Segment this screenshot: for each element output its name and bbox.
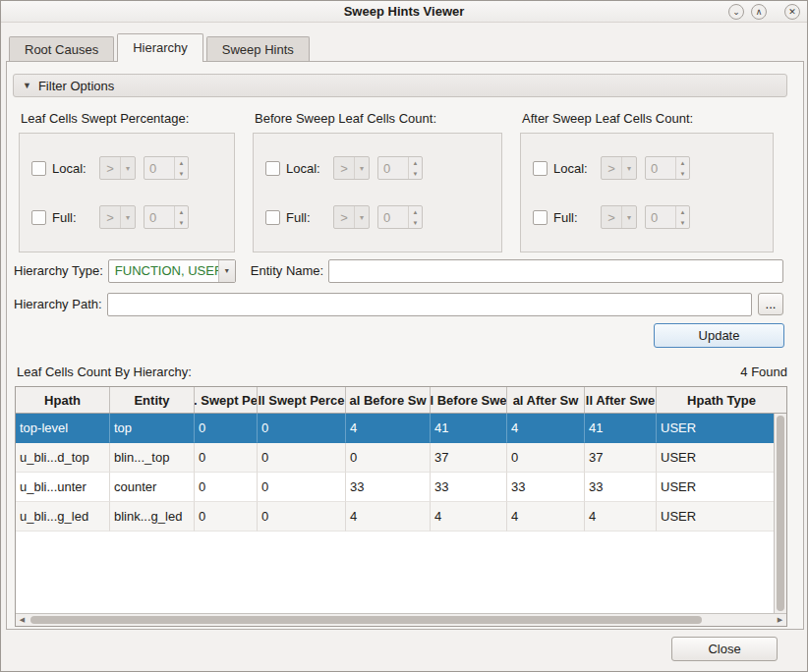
horizontal-scrollbar-thumb[interactable]	[30, 616, 702, 624]
spinner-down-icon[interactable]: ▼	[409, 217, 422, 228]
column-header[interactable]: l Before Swe	[431, 387, 507, 413]
column-header[interactable]: al After Sw	[507, 387, 585, 413]
hierarchy-table: HpathEntity. Swept Pell Swept Perceal Be…	[15, 386, 787, 627]
full-operator-dropdown[interactable]: > ▾	[601, 205, 637, 229]
hierarchy-path-row: Hierarchy Path: ...	[14, 292, 783, 316]
table-cell: u_bli...g_led	[16, 502, 110, 532]
tab-sweep-hints[interactable]: Sweep Hints	[206, 36, 310, 61]
hierarchy-path-input[interactable]	[107, 293, 752, 316]
full-label: Full:	[52, 210, 93, 225]
full-checkbox[interactable]	[265, 210, 280, 225]
browse-button[interactable]: ...	[758, 293, 783, 315]
chevron-down-icon: ▾	[120, 206, 135, 228]
table-row[interactable]: u_bli...untercounter0033333333USER	[16, 473, 774, 502]
spinner-down-icon[interactable]: ▼	[676, 168, 689, 179]
local-criteria-row: Local: > ▾ 0 ▲ ▼	[533, 155, 761, 181]
results-count: 4 Found	[740, 364, 787, 379]
spinner-buttons: ▲ ▼	[675, 157, 689, 179]
update-button[interactable]: Update	[654, 323, 784, 348]
table-cell: 37	[431, 443, 507, 473]
spinner-buttons: ▲ ▼	[174, 157, 188, 179]
spinner-up-icon[interactable]: ▲	[175, 157, 188, 168]
table-cell: 0	[507, 443, 585, 473]
group-box: Local: > ▾ 0 ▲ ▼	[19, 133, 235, 252]
table-cell: 0	[195, 414, 258, 443]
column-header[interactable]: Entity	[110, 387, 195, 413]
local-label: Local:	[52, 161, 93, 176]
table-row[interactable]: top-leveltop00441441USER	[16, 414, 774, 443]
horizontal-scrollbar[interactable]: ◀ ▶	[16, 613, 786, 626]
spinner-down-icon[interactable]: ▼	[175, 168, 188, 179]
full-checkbox[interactable]	[533, 210, 548, 225]
spinner-value: 0	[144, 157, 174, 179]
close-button[interactable]: Close	[671, 637, 778, 661]
full-operator-dropdown[interactable]: > ▾	[333, 205, 370, 229]
vertical-scrollbar-thumb[interactable]	[777, 416, 784, 611]
spinner-up-icon[interactable]: ▲	[409, 157, 422, 168]
vertical-scrollbar[interactable]	[774, 414, 786, 613]
column-header[interactable]: . Swept Pe	[195, 387, 258, 413]
full-value-spinner[interactable]: 0 ▲ ▼	[377, 205, 423, 229]
spinner-up-icon[interactable]: ▲	[409, 206, 422, 217]
unmaximize-button[interactable]: ⌄	[728, 4, 744, 20]
local-operator-dropdown[interactable]: > ▾	[601, 156, 637, 180]
group-title: Leaf Cells Swept Percentage:	[21, 111, 235, 126]
local-value-spinner[interactable]: 0 ▲ ▼	[377, 156, 423, 180]
full-checkbox[interactable]	[31, 210, 46, 225]
entity-name-label: Entity Name:	[251, 263, 323, 278]
local-checkbox[interactable]	[31, 161, 46, 176]
full-value-spinner[interactable]: 0 ▲ ▼	[144, 205, 189, 229]
full-label: Full:	[553, 210, 595, 225]
table-cell: top	[110, 414, 195, 443]
filter-group-swept-percentage: Leaf Cells Swept Percentage: Local: > ▾ …	[19, 109, 235, 252]
local-operator-dropdown[interactable]: > ▾	[333, 156, 370, 180]
scroll-left-icon[interactable]: ◀	[16, 614, 29, 626]
table-cell: 4	[346, 414, 431, 443]
footer: Close	[671, 637, 778, 661]
window-controls: ⌄ ∧ ✕	[728, 4, 800, 20]
local-value-spinner[interactable]: 0 ▲ ▼	[645, 156, 690, 180]
results-caption: Leaf Cells Count By Hierarchy:	[17, 364, 192, 379]
spinner-up-icon[interactable]: ▲	[175, 206, 188, 217]
table-cell: 33	[507, 473, 585, 502]
table-cell: 0	[195, 502, 258, 532]
local-label: Local:	[286, 161, 327, 176]
column-header[interactable]: Hpath Type	[657, 387, 786, 413]
local-checkbox[interactable]	[265, 161, 280, 176]
scroll-right-icon[interactable]: ▶	[774, 614, 786, 626]
tab-root-causes[interactable]: Root Causes	[9, 36, 114, 61]
spinner-buttons: ▲ ▼	[408, 157, 422, 179]
maximize-button[interactable]: ∧	[751, 4, 767, 20]
hierarchy-type-dropdown[interactable]: FUNCTION, USER ▾	[108, 259, 236, 283]
spinner-value: 0	[646, 157, 675, 179]
spinner-up-icon[interactable]: ▲	[676, 206, 689, 217]
spinner-down-icon[interactable]: ▼	[175, 217, 188, 228]
full-operator-dropdown[interactable]: > ▾	[99, 205, 136, 229]
local-operator-dropdown[interactable]: > ▾	[99, 156, 136, 180]
operator-value: >	[602, 206, 621, 228]
column-header[interactable]: Hpath	[16, 387, 110, 413]
spinner-down-icon[interactable]: ▼	[676, 217, 689, 228]
local-label: Local:	[553, 161, 595, 176]
column-header[interactable]: al Before Sw	[346, 387, 431, 413]
table-row[interactable]: u_bli...d_topblin..._top00037037USER	[16, 443, 774, 473]
full-value-spinner[interactable]: 0 ▲ ▼	[645, 205, 690, 229]
hierarchy-path-label: Hierarchy Path:	[14, 297, 102, 311]
tab-hierarchy[interactable]: Hierarchy	[117, 33, 203, 61]
column-header[interactable]: ll Swept Perce	[258, 387, 346, 413]
full-criteria-row: Full: > ▾ 0 ▲ ▼	[265, 204, 490, 230]
table-row[interactable]: u_bli...g_ledblink...g_led004444USER	[16, 502, 774, 532]
filter-options-expander[interactable]: ▼ Filter Options	[13, 74, 787, 97]
spinner-down-icon[interactable]: ▼	[409, 168, 422, 179]
table-cell: 0	[258, 443, 346, 473]
spinner-up-icon[interactable]: ▲	[676, 157, 689, 168]
local-value-spinner[interactable]: 0 ▲ ▼	[144, 156, 189, 180]
titlebar: Sweep Hints Viewer ⌄ ∧ ✕	[1, 1, 807, 23]
close-window-button[interactable]: ✕	[784, 4, 800, 20]
table-cell: 33	[346, 473, 431, 502]
table-cell: 37	[585, 443, 657, 473]
entity-name-input[interactable]	[328, 259, 783, 283]
column-header[interactable]: ll After Swe	[585, 387, 657, 413]
local-checkbox[interactable]	[533, 161, 548, 176]
spinner-buttons: ▲ ▼	[675, 206, 689, 228]
